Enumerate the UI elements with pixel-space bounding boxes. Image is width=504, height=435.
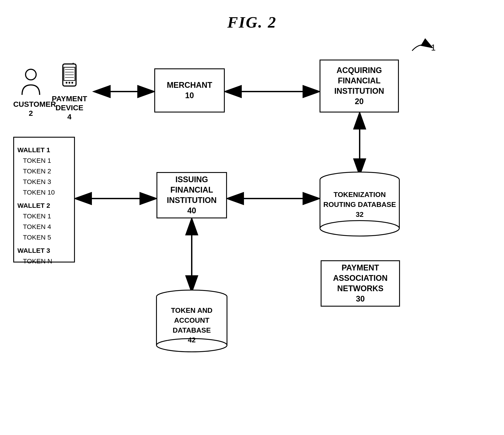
pan-box: PAYMENT ASSOCIATION NETWORKS 30	[321, 260, 400, 307]
reference-number: 1	[431, 43, 436, 53]
svg-point-25	[72, 82, 73, 83]
svg-point-23	[66, 82, 67, 83]
customer-label: CUSTOMER 2	[13, 100, 48, 118]
wallet-item: TOKEN 4	[18, 222, 71, 232]
wallet-header: WALLET 2	[18, 200, 71, 211]
wallet-header: WALLET 3	[18, 245, 71, 256]
customer-figure: CUSTOMER 2	[13, 68, 48, 118]
wallet-item: TOKEN 1	[18, 155, 71, 166]
svg-point-10	[320, 172, 399, 187]
svg-point-24	[69, 82, 70, 83]
svg-point-14	[320, 221, 399, 236]
acquiring-label: ACQUIRING FINANCIAL INSTITUTION	[334, 65, 384, 96]
wallet-item: TOKEN 1	[18, 211, 71, 222]
customer-icon	[20, 68, 42, 97]
issuing-box: ISSUING FINANCIAL INSTITUTION 40	[156, 172, 227, 218]
merchant-number: 10	[185, 91, 194, 101]
wallet-item: TOKEN N	[18, 256, 71, 267]
wallet-item: TOKEN 3	[18, 176, 71, 187]
issuing-number: 40	[187, 206, 196, 216]
payment-device-label: PAYMENT DEVICE 4	[52, 94, 87, 121]
payment-device-figure: PAYMENT DEVICE 4	[52, 63, 87, 121]
wallet-item: TOKEN 10	[18, 187, 71, 198]
wallet-header: WALLET 1	[18, 145, 71, 155]
figure-title: FIG. 2	[227, 13, 277, 32]
acquiring-number: 20	[355, 96, 364, 107]
svg-point-15	[156, 290, 227, 303]
merchant-label: MERCHANT	[167, 80, 212, 91]
pan-number: 30	[356, 294, 365, 304]
wallet-box: WALLET 1TOKEN 1TOKEN 2TOKEN 3TOKEN 10WAL…	[13, 137, 75, 262]
svg-point-20	[26, 69, 36, 80]
issuing-label: ISSUING FINANCIAL INSTITUTION	[160, 175, 224, 205]
tad-label: TOKEN AND ACCOUNT DATABASE 42	[156, 308, 227, 344]
tad-number: 42	[156, 336, 227, 344]
pan-label: PAYMENT ASSOCIATION NETWORKS	[333, 263, 387, 294]
wallet-item: TOKEN 2	[18, 166, 71, 176]
payment-device-icon	[60, 63, 79, 92]
trd-label: TOKENIZATION ROUTING DATABASE 32	[320, 192, 399, 219]
wallet-item: TOKEN 5	[18, 232, 71, 243]
acquiring-box: ACQUIRING FINANCIAL INSTITUTION 20	[320, 60, 399, 112]
merchant-box: MERCHANT 10	[154, 68, 225, 112]
diagram: FIG. 2 1 CUSTOMER 2	[0, 0, 504, 435]
trd-number: 32	[320, 211, 399, 219]
